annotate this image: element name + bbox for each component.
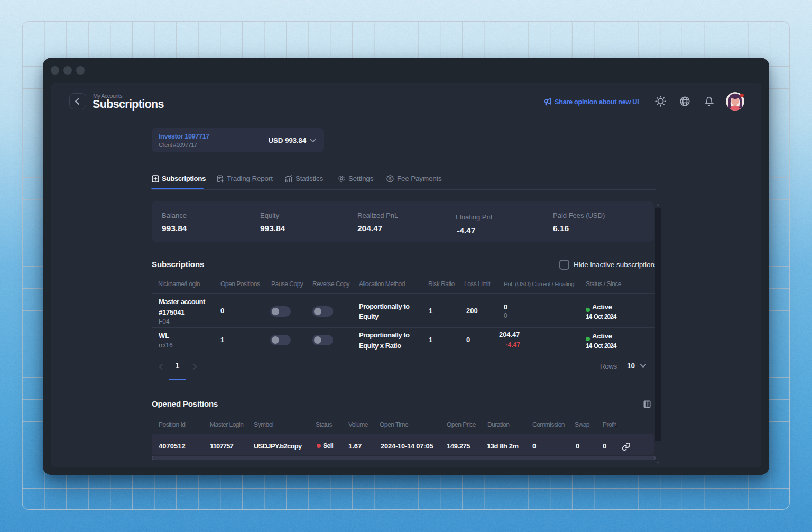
- svg-text:$: $: [389, 176, 391, 181]
